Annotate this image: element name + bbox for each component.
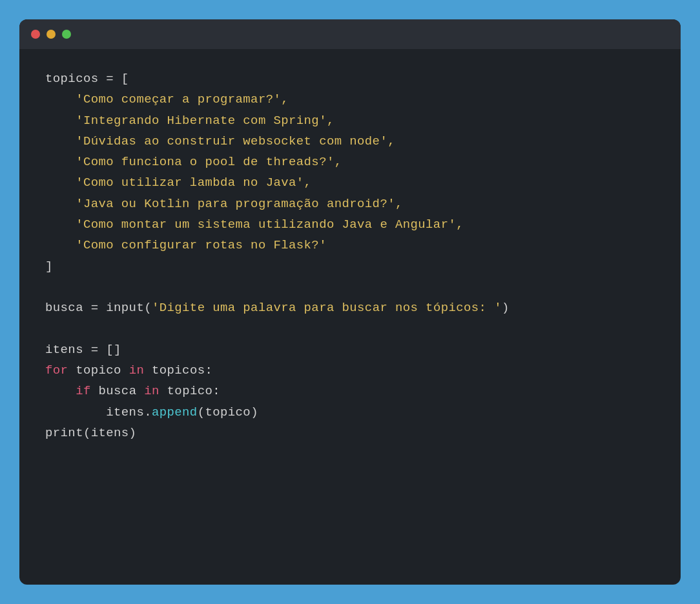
code-line-15: itens.append(topico) [45,402,655,423]
code-editor: topicos = [ 'Como começar a programar?',… [19,49,681,585]
code-line-2: 'Como começar a programar?', [45,89,655,110]
code-line-11: busca = input('Digite uma palavra para b… [45,297,655,318]
code-line-4: 'Dúvidas ao construir websocket com node… [45,131,655,152]
code-line-14: if busca in topico: [45,381,655,401]
code-line-16: print(itens) [45,423,655,443]
code-line-7: 'Java ou Kotlin para programação android… [45,194,655,214]
code-line-9: 'Como configurar rotas no Flask?' [45,235,655,256]
maximize-button[interactable] [62,30,71,39]
code-line-5: 'Como funciona o pool de threads?', [45,152,655,172]
blank-line-2 [45,319,655,339]
blank-line-1 [45,277,655,297]
minimize-button[interactable] [46,30,56,39]
code-line-12: itens = [] [45,339,655,360]
code-line-3: 'Integrando Hibernate com Spring', [45,110,655,131]
code-line-10: ] [45,256,655,277]
close-button[interactable] [31,30,40,39]
code-window: topicos = [ 'Como começar a programar?',… [19,19,681,585]
code-line-13: for topico in topicos: [45,360,655,381]
code-line-6: 'Como utilizar lambda no Java', [45,172,655,193]
code-line-8: 'Como montar um sistema utilizando Java … [45,214,655,235]
titlebar [19,19,681,49]
code-line-1: topicos = [ [45,68,655,89]
